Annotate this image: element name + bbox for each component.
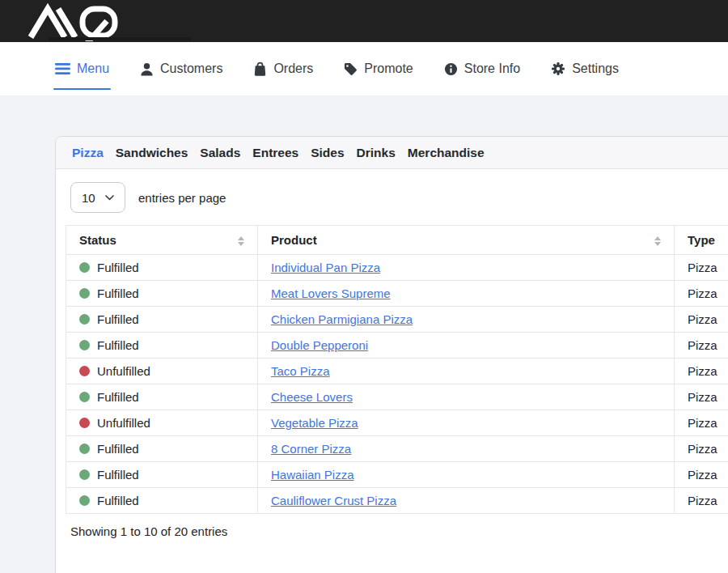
- table-row: Fulfilled Chicken Parmigiana Pizza Pizza: [66, 307, 728, 333]
- column-header-type[interactable]: Type: [675, 226, 728, 255]
- product-cell: Meat Lovers Supreme: [258, 281, 675, 307]
- status-cell: Fulfilled: [66, 462, 258, 488]
- nav-item-settings[interactable]: Settings: [551, 62, 619, 76]
- bag-icon: [253, 62, 267, 76]
- top-brand-bar: [0, 0, 728, 42]
- sort-icon[interactable]: [238, 236, 244, 246]
- status-dot-icon: [79, 418, 90, 428]
- table-row: Fulfilled Meat Lovers Supreme Pizza: [66, 281, 728, 307]
- product-link[interactable]: Cauliflower Crust Pizza: [271, 494, 396, 507]
- status-label: Fulfilled: [97, 338, 139, 352]
- status-cell: Fulfilled: [66, 255, 258, 281]
- status-cell: Fulfilled: [66, 488, 258, 514]
- tab-sandwiches[interactable]: Sandwiches: [116, 145, 188, 160]
- status-cell: Unfulfilled: [66, 410, 258, 436]
- status-dot-icon: [79, 288, 90, 299]
- status-dot-icon: [79, 444, 90, 454]
- status-dot-icon: [79, 392, 90, 402]
- status-dot-icon: [79, 340, 90, 350]
- product-link[interactable]: Individual Pan Pizza: [271, 261, 380, 274]
- nav-item-customers[interactable]: Customers: [140, 62, 222, 76]
- table-row: Unfulfilled Vegetable Pizza Pizza: [66, 410, 728, 436]
- nav-label: Menu: [77, 62, 109, 76]
- table-row: Unfulfilled Taco Pizza Pizza: [66, 359, 728, 384]
- nav-label: Customers: [160, 62, 222, 76]
- tab-merchandise[interactable]: Merchandise: [408, 145, 485, 160]
- category-tabs: Pizza Sandwiches Salads Entrees Sides Dr…: [56, 137, 728, 169]
- product-cell: Double Pepperoni: [258, 333, 675, 359]
- status-label: Fulfilled: [97, 442, 139, 456]
- type-cell: Pizza: [675, 488, 728, 514]
- main-content: Pizza Sandwiches Salads Entrees Sides Dr…: [0, 96, 728, 573]
- nav-item-promote[interactable]: Promote: [344, 62, 413, 76]
- table-row: Fulfilled Hawaiian Pizza Pizza: [66, 462, 728, 488]
- status-label: Fulfilled: [97, 261, 139, 274]
- tab-entrees[interactable]: Entrees: [252, 145, 298, 160]
- nav-label: Settings: [572, 62, 619, 76]
- entries-per-page-select[interactable]: 10: [70, 182, 125, 213]
- status-dot-icon: [79, 469, 90, 480]
- column-label: Type: [688, 233, 715, 247]
- product-cell: Cheese Lovers: [258, 384, 675, 410]
- type-cell: Pizza: [675, 462, 728, 488]
- type-cell: Pizza: [675, 359, 728, 384]
- table-row: Fulfilled 8 Corner Pizza Pizza: [66, 436, 728, 462]
- gear-icon: [551, 62, 565, 76]
- card-body: 10 entries per page Status Product: [56, 169, 728, 550]
- tab-sides[interactable]: Sides: [311, 145, 344, 160]
- nav-label: Orders: [273, 62, 313, 76]
- status-dot-icon: [79, 495, 90, 506]
- product-cell: Taco Pizza: [258, 359, 675, 384]
- table-row: Fulfilled Double Pepperoni Pizza: [66, 333, 728, 359]
- status-cell: Fulfilled: [66, 307, 258, 333]
- status-dot-icon: [79, 366, 90, 376]
- status-label: Fulfilled: [97, 494, 139, 507]
- products-table: Status Product Type: [66, 225, 728, 514]
- status-cell: Unfulfilled: [66, 359, 258, 384]
- type-cell: Pizza: [675, 281, 728, 307]
- nav-item-menu[interactable]: Menu: [55, 62, 109, 76]
- hamburger-icon: [55, 62, 70, 75]
- table-row: Fulfilled Cheese Lovers Pizza: [66, 384, 728, 410]
- person-icon: [140, 62, 154, 76]
- product-cell: Vegetable Pizza: [258, 410, 675, 436]
- status-label: Fulfilled: [97, 468, 139, 482]
- type-cell: Pizza: [675, 436, 728, 462]
- product-link[interactable]: Vegetable Pizza: [271, 416, 358, 430]
- tab-salads[interactable]: Salads: [200, 145, 240, 160]
- nav-item-orders[interactable]: Orders: [253, 62, 313, 76]
- entries-summary: Showing 1 to 10 of 20 entries: [70, 524, 728, 538]
- entries-per-page-value: 10: [82, 191, 95, 205]
- tab-pizza[interactable]: Pizza: [72, 145, 104, 160]
- status-dot-icon: [79, 262, 90, 273]
- product-link[interactable]: Cheese Lovers: [271, 390, 353, 404]
- sort-icon[interactable]: [654, 236, 661, 246]
- aiq-logo-icon: [28, 2, 118, 41]
- product-link[interactable]: Chicken Parmigiana Pizza: [271, 312, 413, 326]
- type-cell: Pizza: [675, 410, 728, 436]
- column-label: Product: [271, 233, 317, 247]
- status-cell: Fulfilled: [66, 384, 258, 410]
- product-link[interactable]: Hawaiian Pizza: [271, 468, 354, 482]
- product-link[interactable]: 8 Corner Pizza: [271, 442, 351, 456]
- product-link[interactable]: Taco Pizza: [271, 364, 330, 378]
- chevron-down-icon: [105, 195, 114, 201]
- tab-drinks[interactable]: Drinks: [357, 145, 396, 160]
- type-cell: Pizza: [675, 333, 728, 359]
- nav-item-store-info[interactable]: Store Info: [444, 62, 520, 76]
- status-cell: Fulfilled: [66, 436, 258, 462]
- column-header-status[interactable]: Status: [66, 226, 258, 255]
- status-dot-icon: [79, 314, 90, 325]
- product-link[interactable]: Meat Lovers Supreme: [271, 286, 391, 300]
- product-cell: Individual Pan Pizza: [258, 255, 675, 281]
- product-link[interactable]: Double Pepperoni: [271, 338, 368, 352]
- column-label: Status: [79, 233, 116, 247]
- product-cell: 8 Corner Pizza: [258, 436, 675, 462]
- product-cell: Chicken Parmigiana Pizza: [258, 307, 675, 333]
- main-navbar: Menu Customers Orders Promote: [0, 42, 728, 96]
- status-label: Unfulfilled: [97, 364, 150, 378]
- column-header-product[interactable]: Product: [258, 226, 675, 255]
- entries-per-page-label: entries per page: [138, 191, 226, 205]
- logo-shadow: [49, 37, 191, 40]
- status-label: Fulfilled: [97, 312, 139, 326]
